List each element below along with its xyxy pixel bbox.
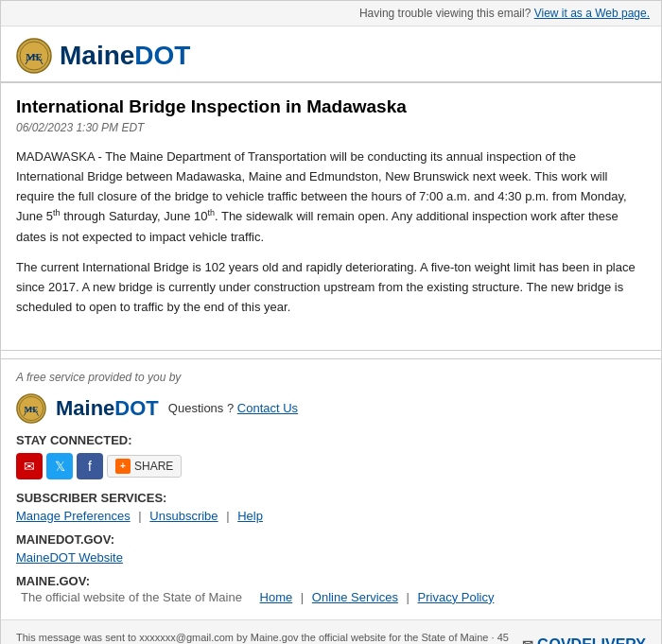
header-section: ME MaineDOT xyxy=(1,26,661,83)
facebook-social-icon[interactable]: f xyxy=(77,453,103,479)
email-social-icon[interactable]: ✉ xyxy=(16,453,43,479)
stay-connected-label: STAY CONNECTED: xyxy=(16,433,646,447)
help-link[interactable]: Help xyxy=(237,509,263,523)
mainedot-label: MAINEDOT.GOV: xyxy=(16,532,646,547)
web-page-link[interactable]: View it as a Web page. xyxy=(534,7,650,20)
bottom-bar-text: This message was sent to xxxxxxx@gmail.c… xyxy=(16,630,522,644)
article-date: 06/02/2023 1:30 PM EDT xyxy=(16,121,646,134)
svg-text:ME: ME xyxy=(25,405,39,414)
top-bar: Having trouble viewing this email? View … xyxy=(1,1,661,26)
subscriber-section: SUBSCRIBER SERVICES: Manage Preferences … xyxy=(16,491,646,523)
footer-byline: A free service provided to you by xyxy=(16,371,646,384)
svg-text:ME: ME xyxy=(26,51,43,62)
privacy-policy-link[interactable]: Privacy Policy xyxy=(418,590,495,604)
footer-questions-text: Questions ? Contact Us xyxy=(168,401,298,415)
govdelivery-envelope-icon: ✉ xyxy=(522,637,533,644)
manage-preferences-link[interactable]: Manage Preferences xyxy=(16,509,131,523)
mainegov-label: MAINE.GOV: xyxy=(16,574,646,588)
footer-logo-text: MaineDOT xyxy=(56,396,159,421)
share-icon: + xyxy=(115,459,131,474)
logo-area: ME MaineDOT xyxy=(16,38,646,74)
bottom-bar: This message was sent to xxxxxxx@gmail.c… xyxy=(1,619,661,644)
footer-seal-icon: ME xyxy=(16,393,46,424)
email-container: Having trouble viewing this email? View … xyxy=(0,0,662,644)
paragraph-2: The current International Bridge is 102 … xyxy=(16,258,646,317)
article-body: MADAWASKA - The Maine Department of Tran… xyxy=(16,148,646,318)
mainedot-website-link[interactable]: MaineDOT Website xyxy=(16,550,123,565)
logo-text: MaineDOT xyxy=(60,41,190,71)
main-content: International Bridge Inspection in Madaw… xyxy=(1,83,661,342)
footer-logo-row: ME MaineDOT Questions ? Contact Us xyxy=(16,393,646,424)
contact-us-link[interactable]: Contact Us xyxy=(237,401,298,415)
maine-gov-section: MAINE.GOV: The official website of the S… xyxy=(16,574,646,604)
subscriber-links: Manage Preferences | Unsubscribe | Help xyxy=(16,509,646,523)
maine-seal-icon: ME xyxy=(16,38,52,74)
divider-1 xyxy=(1,350,661,351)
online-services-link[interactable]: Online Services xyxy=(312,590,398,604)
article-title: International Bridge Inspection in Madaw… xyxy=(16,96,646,117)
mainedot-section: MAINEDOT.GOV: MaineDOT Website xyxy=(16,532,646,565)
govdelivery-logo: ✉ GOVDELIVERY xyxy=(522,636,646,644)
subscriber-label: SUBSCRIBER SERVICES: xyxy=(16,491,646,505)
share-button[interactable]: + SHARE xyxy=(107,455,182,478)
home-link[interactable]: Home xyxy=(260,590,293,604)
footer-section: A free service provided to you by ME Mai… xyxy=(1,358,661,619)
paragraph-1: MADAWASKA - The Maine Department of Tran… xyxy=(16,148,646,247)
maine-gov-links: The official website of the State of Mai… xyxy=(16,590,646,604)
trouble-text: Having trouble viewing this email? xyxy=(359,7,531,20)
govdelivery-text: GOVDELIVERY xyxy=(537,636,646,644)
social-icons-row: ✉ 𝕏 f + SHARE xyxy=(16,453,646,479)
unsubscribe-link[interactable]: Unsubscribe xyxy=(149,509,218,523)
twitter-social-icon[interactable]: 𝕏 xyxy=(46,453,73,479)
